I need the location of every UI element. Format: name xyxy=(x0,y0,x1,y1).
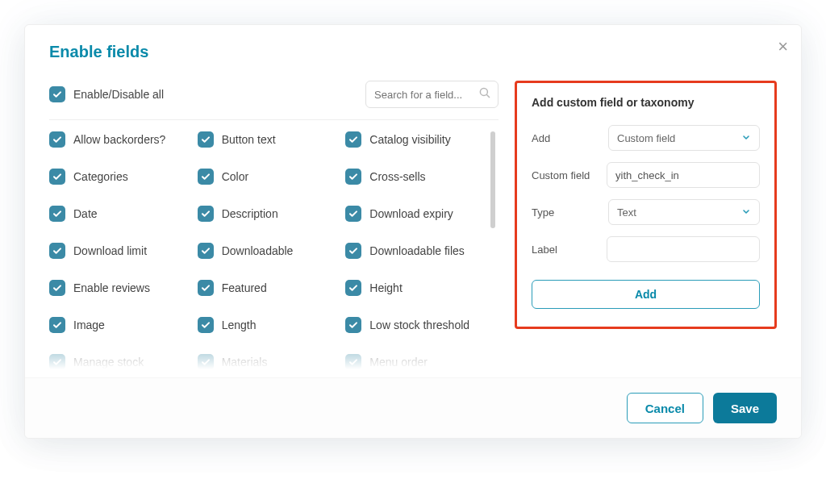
chevron-down-icon xyxy=(741,205,751,219)
check-icon xyxy=(198,317,214,333)
field-checkbox[interactable]: Allow backorders? xyxy=(49,131,185,148)
field-checkbox[interactable]: Downloadable files xyxy=(345,243,481,259)
check-icon xyxy=(345,354,361,369)
check-icon xyxy=(49,206,65,222)
add-button[interactable]: Add xyxy=(532,280,760,309)
add-select-value: Custom field xyxy=(617,132,741,144)
field-checkbox[interactable]: Featured xyxy=(198,280,333,296)
type-label: Type xyxy=(532,206,608,219)
fields-toolbar: Enable/Disable all xyxy=(49,74,499,120)
field-label: Materials xyxy=(222,356,268,369)
field-label: Manage stock xyxy=(73,356,144,369)
modal-header: Enable fields xyxy=(25,25,801,74)
check-icon xyxy=(49,354,65,369)
field-checkbox[interactable]: Menu order xyxy=(345,354,481,369)
search-icon xyxy=(478,85,492,103)
toggle-all-checkbox[interactable]: Enable/Disable all xyxy=(49,86,164,102)
custom-panel-title: Add custom field or taxonomy xyxy=(532,96,760,109)
search-field[interactable] xyxy=(365,81,499,108)
check-icon xyxy=(198,169,214,185)
chevron-down-icon xyxy=(741,131,751,145)
field-label: Cross-sells xyxy=(369,170,425,183)
field-label: Date xyxy=(73,207,98,220)
field-checkbox[interactable]: Categories xyxy=(49,169,185,185)
type-select[interactable]: Text xyxy=(608,199,760,225)
type-row: Type Text xyxy=(532,199,760,225)
custom-field-input[interactable] xyxy=(607,162,760,188)
fields-column: Enable/Disable all Allow backorders?Butt… xyxy=(49,74,499,369)
field-label: Download expiry xyxy=(369,207,453,220)
field-checkbox[interactable]: Download expiry xyxy=(345,206,481,222)
custom-field-panel: Add custom field or taxonomy Add Custom … xyxy=(515,81,777,329)
custom-field-label: Custom field xyxy=(532,169,607,181)
field-checkbox[interactable]: Enable reviews xyxy=(49,280,185,296)
label-row: Label xyxy=(532,236,760,262)
field-label: Menu order xyxy=(369,356,428,369)
check-icon xyxy=(49,86,65,102)
type-select-value: Text xyxy=(617,206,741,219)
modal-footer: Cancel Save xyxy=(25,377,801,438)
add-select[interactable]: Custom field xyxy=(608,125,760,151)
field-checkbox[interactable]: Image xyxy=(49,317,185,333)
field-label: Enable reviews xyxy=(73,281,150,294)
field-label: Download limit xyxy=(73,244,147,257)
field-checkbox[interactable]: Download limit xyxy=(49,243,185,259)
check-icon xyxy=(345,317,361,333)
field-label: Description xyxy=(222,207,278,220)
scrollbar-thumb[interactable] xyxy=(490,131,495,228)
field-label: Height xyxy=(369,281,402,294)
field-checkbox[interactable]: Downloadable xyxy=(198,243,333,259)
field-checkbox[interactable]: Description xyxy=(198,206,333,222)
check-icon xyxy=(345,131,361,148)
fields-grid: Allow backorders?Button textCatalog visi… xyxy=(49,131,490,369)
svg-line-1 xyxy=(486,94,490,98)
close-icon[interactable]: × xyxy=(778,38,788,56)
field-checkbox[interactable]: Materials xyxy=(198,354,333,369)
scrollbar[interactable] xyxy=(490,131,495,369)
field-label: Allow backorders? xyxy=(73,133,165,146)
field-checkbox[interactable]: Date xyxy=(49,206,185,222)
modal-title: Enable fields xyxy=(49,43,777,61)
field-label: Catalog visibility xyxy=(369,133,450,146)
field-label: Color xyxy=(222,170,248,183)
field-checkbox[interactable]: Button text xyxy=(198,131,333,148)
field-label: Image xyxy=(73,319,105,331)
field-label: Downloadable files xyxy=(369,244,465,257)
check-icon xyxy=(345,169,361,185)
check-icon xyxy=(345,206,361,222)
field-checkbox[interactable]: Manage stock xyxy=(49,354,185,369)
field-label: Low stock threshold xyxy=(369,319,469,331)
field-label: Button text xyxy=(222,133,276,146)
field-label: Featured xyxy=(222,281,267,294)
check-icon xyxy=(198,280,214,296)
add-row: Add Custom field xyxy=(532,125,760,151)
field-checkbox[interactable]: Catalog visibility xyxy=(345,131,481,148)
field-label: Downloadable xyxy=(222,244,294,257)
field-label: Categories xyxy=(73,170,128,183)
save-button[interactable]: Save xyxy=(713,393,777,423)
toggle-all-label: Enable/Disable all xyxy=(73,88,164,101)
check-icon xyxy=(198,354,214,369)
field-checkbox[interactable]: Height xyxy=(345,280,481,296)
check-icon xyxy=(198,243,214,259)
check-icon xyxy=(49,317,65,333)
check-icon xyxy=(49,280,65,296)
check-icon xyxy=(49,169,65,185)
field-checkbox[interactable]: Low stock threshold xyxy=(345,317,481,333)
label-label: Label xyxy=(532,244,607,256)
check-icon xyxy=(49,131,65,148)
field-checkbox[interactable]: Color xyxy=(198,169,333,185)
check-icon xyxy=(49,243,65,259)
check-icon xyxy=(345,280,361,296)
field-label: Length xyxy=(222,319,257,331)
label-input[interactable] xyxy=(607,236,760,262)
add-label: Add xyxy=(532,132,608,144)
cancel-button[interactable]: Cancel xyxy=(627,393,703,423)
check-icon xyxy=(345,243,361,259)
enable-fields-modal: × Enable fields Enable/Disable all xyxy=(24,24,802,439)
svg-point-0 xyxy=(480,88,487,95)
custom-field-row: Custom field xyxy=(532,162,760,188)
field-checkbox[interactable]: Cross-sells xyxy=(345,169,481,185)
check-icon xyxy=(198,131,214,148)
field-checkbox[interactable]: Length xyxy=(198,317,333,333)
